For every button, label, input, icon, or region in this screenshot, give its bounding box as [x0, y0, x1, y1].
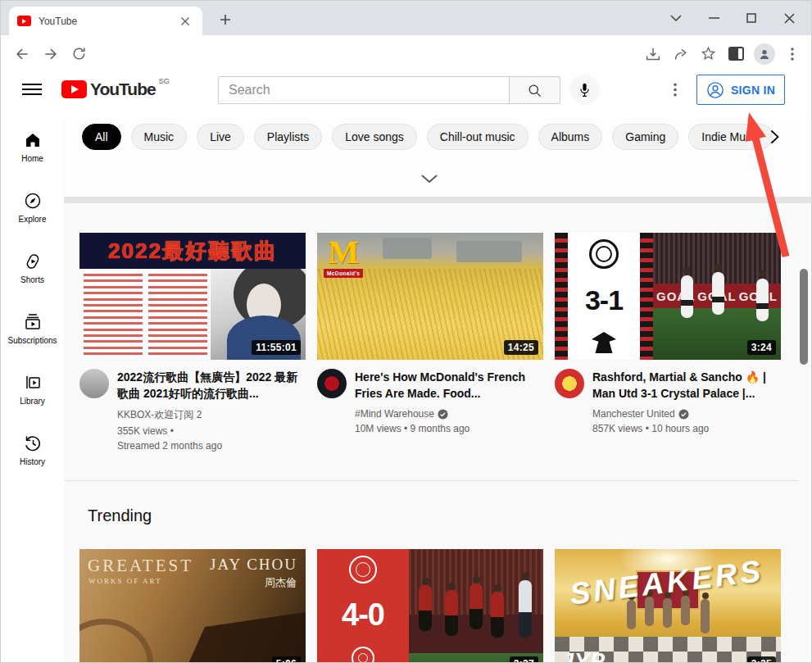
compass-icon	[23, 191, 43, 211]
video-meta: 10M views • 9 months ago	[355, 423, 542, 434]
thumbnail-photo	[409, 549, 543, 663]
youtube-logo[interactable]: YouTube SG	[61, 79, 170, 100]
youtube-settings-menu-icon[interactable]	[666, 80, 684, 98]
sidebar-item-library[interactable]: Library	[1, 373, 64, 416]
share-icon[interactable]	[669, 43, 692, 65]
maximize-button[interactable]	[733, 1, 770, 35]
window-controls	[657, 1, 808, 35]
home-icon	[23, 130, 43, 150]
duration-badge: 11:55:01	[252, 340, 301, 355]
search-input[interactable]	[218, 76, 510, 104]
scrollbar-thumb[interactable]	[800, 269, 808, 365]
thumbnail-title: GREATEST	[88, 556, 193, 576]
install-icon[interactable]	[642, 43, 664, 65]
video-title[interactable]: 2022流行歌曲【無廣告】2022 最新歌曲 2021好听的流行歌曲...	[117, 369, 304, 402]
video-card[interactable]: 4-0 3:27	[317, 549, 543, 663]
crystal-palace-crest-icon	[592, 332, 616, 353]
verified-badge-icon	[678, 409, 689, 420]
video-title[interactable]: Here's How McDonald's French Fries Are M…	[355, 369, 542, 402]
man-utd-crest-icon	[349, 556, 377, 584]
video-card[interactable]: SNEAKERS JYP OFFICIAL 3:25	[555, 549, 781, 663]
video-card[interactable]: GREATEST WORKS OF ART JAY CHOU 周杰倫 5:06	[79, 549, 306, 663]
tab-title: YouTube	[39, 16, 169, 27]
window-more-icon[interactable]	[657, 1, 695, 35]
collapsed-banner-strip	[64, 197, 811, 203]
scoreboard-panel: 3-1	[568, 233, 640, 360]
duration-badge: 3:24	[747, 340, 776, 355]
new-tab-button[interactable]	[216, 11, 234, 29]
bookmark-star-icon[interactable]	[697, 43, 719, 65]
duration-badge: 3:27	[510, 656, 538, 663]
chip-music[interactable]: Music	[131, 124, 188, 150]
video-title[interactable]: Rashford, Martial & Sancho 🔥 | Man Utd 3…	[592, 369, 779, 402]
chip-albums[interactable]: Albums	[538, 124, 603, 150]
chips-scroll-right-icon[interactable]	[764, 126, 785, 148]
video-meta: 857K views • 10 hours ago	[592, 423, 779, 434]
sidebar-item-shorts[interactable]: Shorts	[1, 252, 64, 294]
thumbnail-artist: JAY CHOU	[210, 556, 297, 574]
toolbar-right-icons	[642, 43, 803, 65]
video-thumbnail[interactable]: GREATEST WORKS OF ART JAY CHOU 周杰倫 5:06	[79, 549, 306, 663]
chip-love-songs[interactable]: Love songs	[332, 124, 417, 150]
thumbnail-subtitle: WORKS OF ART	[88, 577, 161, 585]
chip-indie-music[interactable]: Indie Music	[688, 124, 773, 150]
sidebar-item-explore[interactable]: Explore	[1, 191, 64, 234]
video-thumbnail[interactable]: M McDonald's 14:25	[317, 233, 543, 360]
shorts-icon	[23, 252, 43, 271]
channel-name[interactable]: KKBOX-欢迎订阅 2	[117, 408, 202, 422]
filter-chip-bar: All Music Live Playlists Love songs Chil…	[82, 124, 773, 150]
trending-heading: Trending	[88, 506, 152, 525]
man-utd-crest-icon	[589, 239, 619, 269]
window-close-button[interactable]	[770, 1, 808, 35]
profile-button[interactable]	[753, 43, 775, 65]
chip-live[interactable]: Live	[197, 124, 244, 150]
video-meta: 355K views •	[117, 425, 304, 437]
subscriptions-icon	[23, 312, 43, 332]
video-thumbnail[interactable]: 4-0 3:27	[317, 549, 543, 663]
chip-playlists[interactable]: Playlists	[254, 124, 322, 150]
jyp-watermark: JYP OFFICIAL	[561, 649, 665, 663]
scoreboard-panel: 4-0	[317, 549, 409, 663]
video-card[interactable]: 3-1 GOAL GOAL GOAL 3:24 Rashford	[555, 233, 781, 434]
tab-close-icon[interactable]	[176, 12, 194, 30]
channel-name[interactable]: #Mind Warehouse	[355, 408, 434, 420]
video-meta: Streamed 2 months ago	[117, 440, 304, 452]
sign-in-button[interactable]: SIGN IN	[696, 75, 785, 105]
side-panel-button[interactable]	[725, 43, 747, 65]
video-card[interactable]: 2022最好聽歌曲 11:55:01 2022流行歌曲【無廣告】2022 最新歌…	[79, 233, 306, 452]
chip-gaming[interactable]: Gaming	[612, 124, 678, 150]
section-divider	[64, 480, 798, 481]
channel-avatar[interactable]	[555, 369, 584, 398]
sidebar-item-history[interactable]: History	[1, 434, 64, 476]
guide-sidebar: Home Explore Shorts Subscriptions Librar…	[1, 117, 64, 662]
search-button[interactable]	[510, 76, 560, 104]
sidebar-item-home[interactable]: Home	[1, 130, 64, 173]
back-button[interactable]	[11, 43, 33, 65]
browser-toolbar: youtube.com	[1, 35, 811, 71]
liverpool-crest-icon	[352, 647, 374, 663]
video-thumbnail[interactable]: 2022最好聽歌曲 11:55:01	[79, 233, 306, 360]
video-thumbnail[interactable]: SNEAKERS JYP OFFICIAL 3:25	[555, 549, 781, 663]
duration-badge: 14:25	[504, 340, 538, 355]
thumbnail-artist-cjk: 周杰倫	[265, 575, 297, 590]
video-card[interactable]: M McDonald's 14:25 Here's How McDonald's…	[317, 233, 543, 434]
chip-all[interactable]: All	[82, 124, 121, 150]
chip-chill-out-music[interactable]: Chill-out music	[427, 124, 528, 150]
guide-menu-icon[interactable]	[22, 80, 42, 98]
reload-button[interactable]	[68, 43, 90, 65]
minimize-button[interactable]	[695, 1, 733, 35]
history-icon	[23, 434, 43, 453]
expand-chevron-down-icon[interactable]	[419, 170, 440, 187]
youtube-play-icon	[61, 80, 87, 98]
video-thumbnail[interactable]: 3-1 GOAL GOAL GOAL 3:24	[555, 233, 781, 360]
channel-avatar[interactable]	[79, 369, 109, 398]
sidebar-item-subscriptions[interactable]: Subscriptions	[1, 312, 64, 355]
tab-strip: YouTube	[1, 1, 811, 35]
forward-button[interactable]	[39, 43, 61, 65]
voice-search-icon[interactable]	[569, 75, 600, 105]
browser-tab[interactable]: YouTube	[9, 7, 202, 35]
library-icon	[23, 373, 43, 393]
browser-menu-icon[interactable]	[781, 43, 803, 65]
channel-name[interactable]: Manchester United	[592, 408, 675, 420]
channel-avatar[interactable]	[317, 369, 347, 398]
